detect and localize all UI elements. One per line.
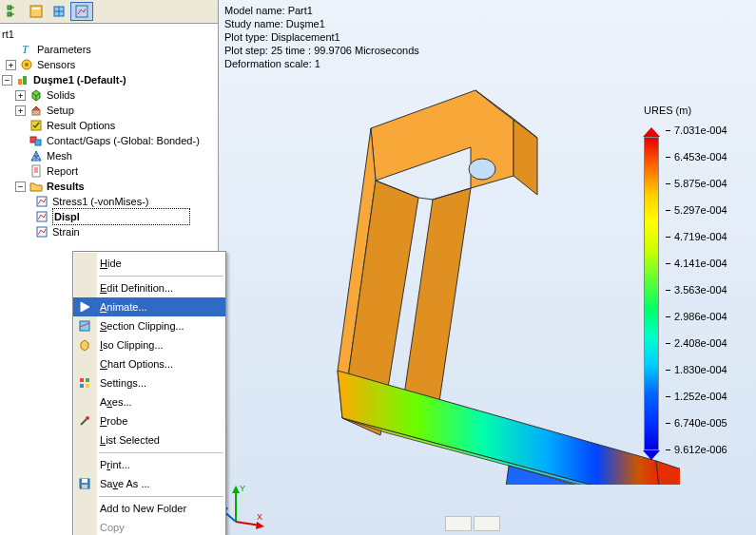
menu-label: Probe (100, 415, 127, 427)
menu-chart-options[interactable]: Chart Options... (73, 354, 225, 373)
menu-label: Iso Clipping... (100, 339, 164, 351)
item-label: Result Options (47, 118, 115, 133)
menu-probe[interactable]: Probe (73, 411, 225, 430)
menu-label: Print... (100, 459, 130, 470)
view-button[interactable] (445, 516, 472, 531)
menu-edit-definition[interactable]: Edit Definition... (73, 278, 225, 297)
svg-rect-2 (30, 6, 42, 17)
view-toolbar (445, 516, 500, 531)
color-legend: URES (m) 7.031e-004 6.453e-004 5.875e-00… (644, 105, 748, 460)
item-label: Displacement1 (-Res disp-) (52, 208, 190, 225)
legend-tick: 9.612e-006 (666, 443, 727, 456)
setup-icon (29, 103, 44, 118)
svg-rect-15 (32, 165, 40, 177)
svg-marker-21 (232, 486, 240, 493)
tree-strain[interactable]: Strain1 (2, 224, 216, 239)
item-label: Setup (47, 103, 74, 118)
item-label: Solids (47, 87, 75, 103)
solids-icon (29, 87, 44, 103)
menu-settings[interactable]: Settings... (73, 373, 225, 392)
settings-icon (77, 375, 92, 391)
menu-axes[interactable]: Axes... (73, 392, 225, 411)
menu-section-clipping[interactable]: Section Clipping... (73, 316, 225, 335)
report-icon (29, 163, 44, 179)
graphics-viewport[interactable]: Model name: Part1 Study name: Duşme1 Plo… (219, 0, 756, 535)
tab-simulation-study[interactable] (70, 2, 93, 21)
expander-icon[interactable]: + (15, 105, 26, 116)
svg-rect-32 (86, 378, 89, 382)
svg-rect-14 (35, 140, 41, 145)
tree-contact[interactable]: Contact/Gaps (-Global: Bonded-) (2, 133, 216, 148)
menu-animate[interactable]: Animate... (73, 297, 225, 316)
menu-label: Save As ... (100, 478, 150, 489)
item-label: Results (47, 179, 85, 194)
tree-report[interactable]: Report (2, 163, 216, 179)
tree-setup[interactable]: + Setup (2, 103, 216, 118)
legend-tick: 6.740e-005 (666, 416, 727, 430)
item-label: Report (47, 163, 78, 179)
tab-config-manager[interactable] (48, 2, 70, 21)
expander-icon[interactable]: − (15, 182, 26, 192)
legend-bar (644, 127, 660, 460)
item-label: Mesh (47, 148, 72, 163)
menu-list-selected[interactable]: List Selected (73, 430, 225, 449)
menu-label: Edit Definition... (100, 282, 173, 294)
svg-rect-33 (80, 384, 84, 388)
tree-parameters[interactable]: T Parameters (2, 42, 216, 57)
svg-marker-23 (256, 522, 264, 529)
contact-icon (29, 133, 44, 148)
view-button[interactable] (474, 516, 500, 531)
tree-stress[interactable]: Stress1 (-vonMises-) (2, 194, 216, 209)
item-label: Sensors (37, 57, 75, 72)
study-icon (15, 72, 30, 87)
menu-add-folder[interactable]: Add to New Folder (73, 499, 225, 518)
legend-tick: 1.830e-004 (666, 363, 727, 376)
expander-icon[interactable]: + (15, 90, 26, 101)
svg-rect-11 (32, 110, 40, 115)
menu-label: Animate... (100, 301, 147, 313)
save-icon (77, 476, 92, 491)
svg-rect-38 (82, 485, 87, 488)
folder-icon (29, 179, 44, 194)
svg-rect-17 (37, 212, 47, 221)
item-label: Contact/Gaps (-Global: Bonded-) (47, 133, 200, 148)
tab-property-manager[interactable] (25, 2, 48, 21)
tree-solids[interactable]: + Solids (2, 87, 216, 103)
tree-result-options[interactable]: Result Options (2, 118, 216, 133)
svg-rect-31 (80, 378, 84, 382)
tree-mesh[interactable]: Mesh (2, 148, 216, 163)
svg-text:T: T (22, 43, 29, 56)
menu-label: Chart Options... (100, 358, 173, 370)
tree-doc-root[interactable]: rt1 (2, 27, 216, 42)
tab-feature-tree[interactable] (2, 2, 25, 21)
svg-point-35 (86, 416, 89, 420)
menu-label: Axes... (100, 396, 132, 408)
menu-label: Copy (100, 522, 125, 533)
legend-tick: 3.563e-004 (666, 283, 727, 296)
plot-icon (34, 224, 49, 239)
menu-label: Section Clipping... (100, 320, 184, 332)
svg-text:X: X (257, 512, 262, 522)
play-icon (77, 299, 92, 315)
legend-tick: 6.453e-004 (666, 150, 727, 163)
menu-print[interactable]: Print... (73, 455, 225, 474)
tree-results[interactable]: − Results (2, 179, 216, 194)
menu-copy[interactable]: Copy (73, 518, 225, 535)
root-label: rt1 (2, 27, 14, 42)
tree-study[interactable]: − Duşme1 (-Default-) (2, 72, 216, 87)
svg-rect-9 (18, 79, 22, 85)
model-render (271, 67, 680, 485)
svg-rect-16 (37, 197, 47, 206)
svg-point-19 (469, 159, 495, 180)
tree-sensors[interactable]: + Sensors (2, 57, 216, 72)
tree-displacement[interactable]: Displacement1 (-Res disp-) (2, 209, 216, 224)
menu-save-as[interactable]: Save As ... (73, 474, 225, 493)
expander-icon[interactable]: − (2, 75, 12, 86)
plot-icon (34, 209, 49, 224)
svg-rect-5 (76, 6, 87, 17)
menu-iso-clipping[interactable]: Iso Clipping... (73, 335, 225, 354)
plot-info: Model name: Part1 Study name: Duşme1 Plo… (224, 4, 419, 70)
expander-icon[interactable]: + (6, 60, 16, 70)
menu-hide[interactable]: Hide (73, 254, 225, 273)
legend-tick: 1.252e-004 (666, 390, 727, 403)
